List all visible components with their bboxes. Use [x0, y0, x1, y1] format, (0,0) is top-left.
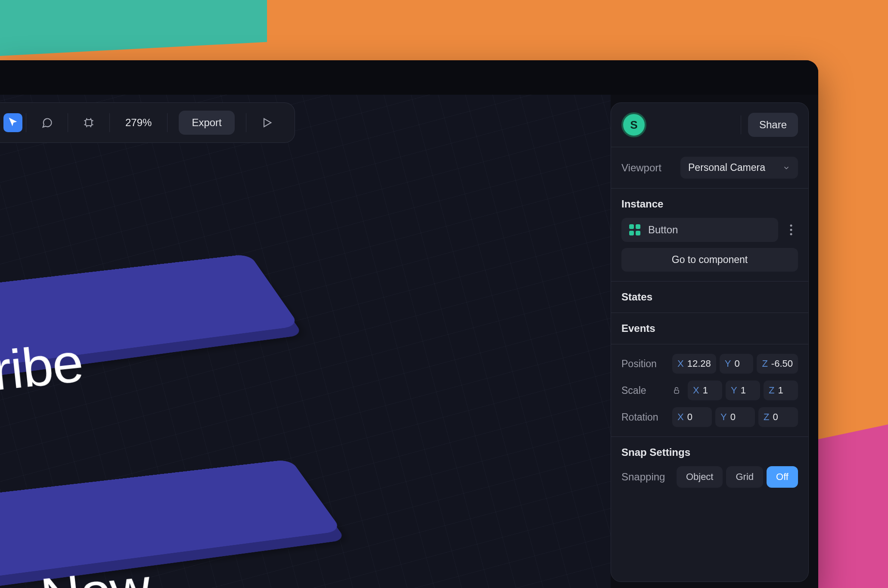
toolbar-divider [68, 113, 68, 132]
lock-icon[interactable] [672, 386, 681, 395]
canvas-area[interactable]: cribe de Now [0, 95, 611, 588]
snap-heading: Snap Settings [621, 446, 798, 458]
events-section[interactable]: Events [611, 313, 808, 344]
background-teal [0, 0, 267, 56]
states-heading: States [621, 291, 798, 303]
frame-tool-button[interactable] [79, 113, 98, 132]
chevron-down-icon [782, 164, 790, 172]
snap-off-button[interactable]: Off [767, 466, 798, 488]
inspector-sidebar: S Share Viewport Personal Camera Instanc… [611, 102, 809, 582]
scale-z-input[interactable]: Z1 [764, 381, 798, 400]
component-icon [629, 224, 640, 235]
viewport-value: Personal Camera [688, 162, 765, 173]
sidebar-header: S Share [611, 103, 808, 147]
user-avatar[interactable]: S [621, 112, 646, 137]
viewport-section: Viewport Personal Camera [611, 147, 808, 188]
instance-more-button[interactable] [784, 220, 798, 239]
rotation-z-input[interactable]: Z0 [758, 407, 798, 427]
events-heading: Events [621, 322, 798, 334]
position-x-input[interactable]: X12.28 [672, 354, 716, 374]
title-bar [0, 60, 818, 95]
snap-options: Object Grid Off [677, 466, 798, 488]
scale-x-input[interactable]: X1 [688, 381, 722, 400]
zoom-level[interactable]: 279% [121, 117, 156, 129]
cursor-tool-button[interactable] [3, 113, 22, 132]
comment-tool-button[interactable] [37, 113, 56, 132]
goto-component-button[interactable]: Go to component [621, 248, 798, 272]
svg-point-2 [790, 229, 792, 231]
app-content: cribe de Now [0, 95, 818, 588]
play-button[interactable] [258, 113, 276, 132]
transform-section: Position X12.28 Y0 Z-6.50 Scale X1 Y1 Z1 [611, 344, 808, 436]
rotation-label: Rotation [621, 412, 668, 423]
toolbar-divider [26, 113, 26, 132]
app-window: cribe de Now [0, 60, 818, 588]
canvas-text-1[interactable]: cribe [0, 331, 86, 406]
snap-section: Snap Settings Snapping Object Grid Off [611, 436, 808, 497]
states-section[interactable]: States [611, 281, 808, 313]
scale-y-input[interactable]: Y1 [726, 381, 760, 400]
instance-chip[interactable]: Button [621, 218, 778, 242]
header-divider [741, 115, 741, 134]
svg-point-3 [790, 233, 792, 235]
export-button[interactable]: Export [179, 111, 234, 135]
svg-rect-0 [86, 120, 92, 126]
viewport-label: Viewport [621, 162, 661, 174]
instance-name: Button [648, 224, 678, 236]
share-button[interactable]: Share [748, 113, 798, 137]
instance-heading: Instance [621, 198, 798, 210]
rotation-y-input[interactable]: Y0 [715, 407, 755, 427]
scale-label: Scale [621, 385, 668, 396]
toolbar-divider [167, 113, 168, 132]
viewport-select[interactable]: Personal Camera [680, 157, 798, 179]
svg-point-1 [790, 225, 792, 227]
toolbar-divider [109, 113, 110, 132]
rotation-x-input[interactable]: X0 [672, 407, 712, 427]
toolbar: 279% Export [0, 102, 295, 143]
snap-object-button[interactable]: Object [677, 466, 723, 488]
svg-rect-4 [674, 390, 679, 393]
instance-section: Instance Button Go to component [611, 188, 808, 281]
toolbar-divider [246, 113, 246, 132]
snapping-label: Snapping [621, 471, 665, 483]
position-y-input[interactable]: Y0 [720, 354, 754, 374]
snap-grid-button[interactable]: Grid [726, 466, 763, 488]
position-label: Position [621, 358, 668, 370]
position-z-input[interactable]: Z-6.50 [757, 354, 798, 374]
